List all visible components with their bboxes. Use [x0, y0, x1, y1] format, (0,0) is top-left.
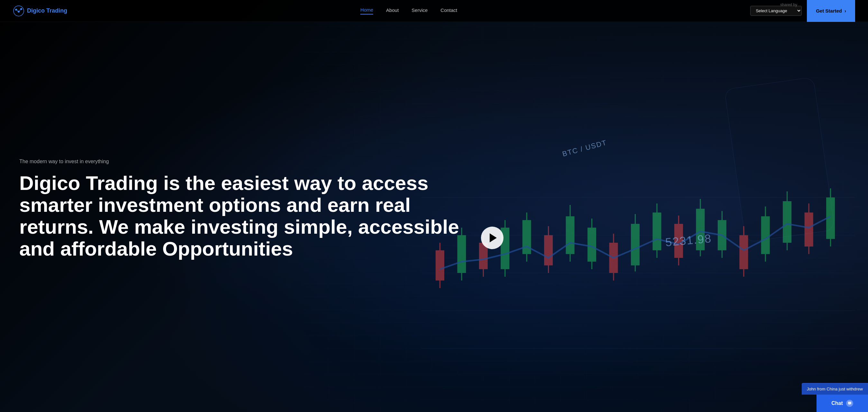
svg-point-2 — [18, 11, 20, 12]
hero-section: BTC / USDT 5231.98 — [0, 0, 868, 412]
shared-by-text: shared by — [780, 3, 797, 7]
brand-area: Digico Trading — [13, 5, 67, 17]
get-started-button[interactable]: Get Started › — [807, 0, 855, 22]
brand-name: Digico Trading — [27, 7, 67, 14]
chat-button[interactable]: Chat — [816, 394, 868, 412]
hero-title: Digico Trading is the easiest way to acc… — [19, 172, 475, 260]
nav-contact[interactable]: Contact — [440, 7, 457, 14]
nav-service[interactable]: Service — [411, 7, 428, 14]
get-started-arrow: › — [844, 8, 846, 13]
chat-widget: John from China just withdrew Chat — [802, 383, 868, 412]
chart-visual — [421, 160, 855, 386]
hero-content: The modern way to invest in everything D… — [19, 159, 475, 273]
svg-point-1 — [15, 9, 17, 11]
get-started-label: Get Started — [816, 8, 842, 13]
nav-about[interactable]: About — [386, 7, 399, 14]
play-icon — [490, 233, 497, 242]
svg-point-3 — [20, 8, 22, 10]
language-select[interactable]: Select Language English Chinese Spanish … — [750, 6, 802, 16]
svg-line-5 — [20, 9, 20, 11]
chat-notification: John from China just withdrew — [802, 383, 868, 394]
chat-label: Chat — [831, 401, 843, 406]
svg-line-4 — [17, 10, 18, 11]
nav-home[interactable]: Home — [360, 7, 373, 14]
hero-subtitle: The modern way to invest in everything — [19, 159, 475, 165]
navbar-right: shared by Select Language English Chines… — [750, 0, 855, 22]
navbar: Digico Trading Home About Service Contac… — [0, 0, 868, 22]
chat-bubble-icon — [846, 400, 853, 407]
play-button[interactable] — [481, 227, 503, 249]
nav-links: Home About Service Contact — [360, 7, 457, 14]
logo-icon — [13, 5, 25, 17]
